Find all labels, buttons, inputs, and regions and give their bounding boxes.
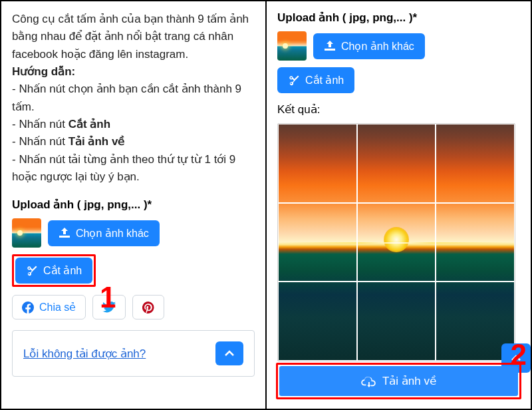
facebook-share-button[interactable]: Chia sẻ — [12, 295, 86, 319]
annotation-2: 2 — [511, 338, 527, 371]
choose-image-button-left[interactable]: Chọn ảnh khác — [48, 220, 160, 246]
facebook-share-label: Chia sẻ — [39, 301, 76, 313]
callout-box-2: Tải ảnh về — [276, 363, 521, 399]
cut-image-label: Cắt ảnh — [43, 264, 82, 277]
callout-box-1: Cắt ảnh — [12, 254, 96, 287]
left-panel: Công cụ cắt tấm ảnh của bạn thành 9 tấm … — [1, 1, 267, 409]
cut-row-left: Cắt ảnh — [12, 254, 255, 287]
download-label: Tải ảnh về — [382, 374, 436, 388]
right-panel: Upload ảnh ( jpg, png,... )* Chọn ảnh kh… — [267, 1, 531, 409]
annotation-1: 1 — [100, 281, 116, 314]
upload-icon — [59, 228, 70, 238]
scissors-icon — [26, 265, 38, 277]
upload-icon — [324, 41, 336, 51]
cloud-download-icon — [361, 375, 376, 387]
upload-row-left: Chọn ảnh khác — [12, 218, 255, 248]
step-3-prefix: - Nhấn nút — [12, 135, 68, 148]
thumbnail-preview-left — [12, 218, 41, 248]
description-block: Công cụ cắt tấm ảnh của bạn thành 9 tấm … — [12, 11, 255, 186]
step-2-prefix: - Nhấn nút — [12, 118, 68, 130]
thumbnail-preview-right — [277, 31, 307, 61]
result-label: Kết quả: — [277, 102, 520, 116]
cut-row-right: Cắt ảnh — [277, 67, 520, 93]
step-3-bold: Tải ảnh về — [68, 135, 125, 148]
upload-label-left: Upload ảnh ( jpg, png,... )* — [12, 198, 255, 212]
intro-text: Công cụ cắt tấm ảnh của bạn thành 9 tấm … — [12, 13, 249, 61]
error-link[interactable]: Lỗi không tải được ảnh? — [23, 347, 146, 361]
social-row: Chia sẻ — [12, 295, 255, 319]
error-link-card: Lỗi không tải được ảnh? — [12, 330, 255, 377]
chevron-up-icon — [224, 350, 235, 357]
step-4: - Nhấn nút tải từng ảnh theo thứ tự từ 1… — [12, 153, 235, 183]
cut-image-button-right[interactable]: Cắt ảnh — [277, 67, 354, 93]
scissors-icon — [288, 75, 300, 87]
cut-image-label-right: Cắt ảnh — [305, 74, 344, 87]
download-button[interactable]: Tải ảnh về — [279, 366, 518, 396]
choose-image-label-right: Chọn ảnh khác — [341, 40, 414, 53]
pinterest-share-button[interactable] — [132, 295, 164, 319]
pinterest-icon — [142, 302, 154, 313]
upload-label-right: Upload ảnh ( jpg, png,... )* — [277, 11, 520, 25]
step-2-bold: Cắt ảnh — [68, 118, 110, 130]
scroll-top-button-left[interactable] — [215, 341, 243, 365]
choose-image-label: Chọn ảnh khác — [76, 227, 149, 240]
upload-row-right: Chọn ảnh khác — [277, 31, 520, 61]
cut-image-button-left[interactable]: Cắt ảnh — [15, 258, 92, 284]
step-1: - Nhấn nút chọn ảnh bạn cần cắt ảnh thàn… — [12, 83, 241, 112]
grid-overlay — [278, 124, 515, 361]
choose-image-button-right[interactable]: Chọn ảnh khác — [313, 33, 425, 59]
guide-label: Hướng dẫn: — [12, 65, 75, 78]
facebook-icon — [22, 302, 34, 313]
result-grid — [277, 123, 515, 361]
